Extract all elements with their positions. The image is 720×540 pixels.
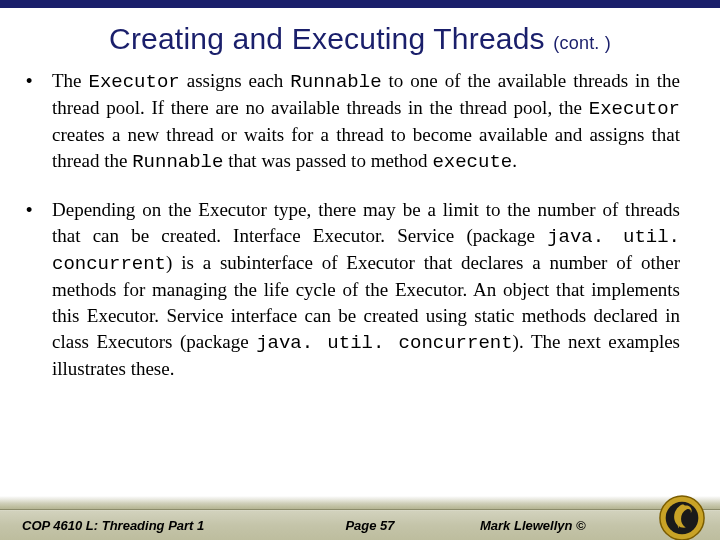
text-span: The: [52, 70, 89, 91]
footer-bar: COP 4610 L: Threading Part 1 Page 57 Mar…: [0, 510, 720, 540]
footer-page: Page 57: [290, 518, 450, 533]
code-span: execute: [432, 151, 512, 173]
bullet-marker: •: [24, 197, 52, 382]
code-span: Executor: [89, 71, 180, 93]
bullet-text: Depending on the Executor type, there ma…: [52, 197, 680, 382]
text-span: that was passed to method: [223, 150, 432, 171]
code-span: Runnable: [290, 71, 381, 93]
bullet-item: •Depending on the Executor type, there m…: [24, 197, 680, 382]
bullet-marker: •: [24, 68, 52, 175]
ucf-pegasus-logo-icon: [658, 494, 706, 540]
slide-container: Creating and Executing Threads (cont. ) …: [0, 0, 720, 540]
title-suffix: (cont. ): [553, 33, 611, 53]
code-span: Runnable: [132, 151, 223, 173]
bullet-item: •The Executor assigns each Runnable to o…: [24, 68, 680, 175]
code-span: java. util. concurrent: [256, 332, 512, 354]
footer-gradient-bar: [0, 496, 720, 510]
text-span: .: [512, 150, 517, 171]
title-main: Creating and Executing Threads: [109, 22, 545, 55]
footer-course: COP 4610 L: Threading Part 1: [0, 518, 290, 533]
footer-container: COP 4610 L: Threading Part 1 Page 57 Mar…: [0, 496, 720, 540]
code-span: Executor: [589, 98, 680, 120]
bullet-text: The Executor assigns each Runnable to on…: [52, 68, 680, 175]
text-span: assigns each: [180, 70, 291, 91]
slide-title: Creating and Executing Threads (cont. ): [0, 8, 720, 62]
slide-body: •The Executor assigns each Runnable to o…: [0, 62, 720, 382]
